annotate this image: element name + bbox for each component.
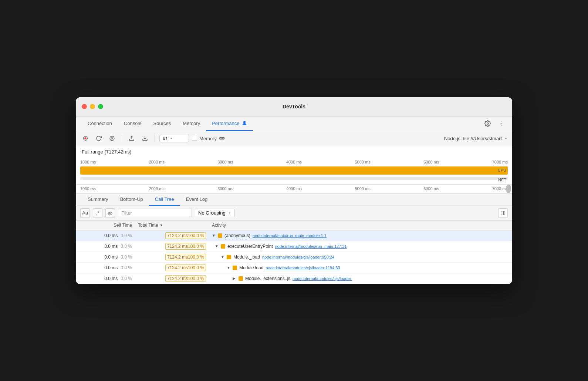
memory-checkbox-box[interactable] [192, 136, 197, 141]
cell-self-time-3: 0.0 ms 0.0 % [76, 263, 135, 272]
match-case-button[interactable]: ab [105, 208, 115, 218]
cell-total-time-3: 7124.2 ms 100.0 % [135, 263, 209, 273]
tab-performance[interactable]: Performance [206, 116, 253, 131]
settings-button[interactable] [483, 118, 493, 129]
full-range-label: Full range (7127.42ms) [76, 146, 512, 158]
timeline-scrollbar[interactable] [506, 185, 511, 193]
total-pct-0: 100.0 % [188, 233, 204, 238]
tick-7000: 7000 ms [492, 160, 508, 164]
record-button[interactable] [80, 133, 91, 144]
table-row[interactable]: 0.0 ms 0.0 % 7124.2 ms 100.0 % ▼ execute… [76, 241, 512, 252]
divider-1 [122, 135, 122, 142]
col-header-total-time[interactable]: Total Time ▼ [135, 220, 209, 230]
panel-toggle-button[interactable] [498, 208, 508, 218]
self-ms-1: 0.0 ms [104, 244, 118, 249]
ruler-ticks-bottom: 1000 ms 2000 ms 3000 ms 4000 ms 5000 ms … [80, 186, 508, 191]
aa-button[interactable]: Aa [80, 208, 90, 218]
tick2-7000: 7000 ms [492, 186, 508, 191]
activity-link-4[interactable]: node:internal/modules/cjs/loader: [293, 276, 352, 281]
activity-link-3[interactable]: node:internal/modules/cjs/loader:1194:33 [266, 266, 340, 270]
tick2-4000: 4000 ms [286, 186, 302, 191]
tab-event-log[interactable]: Event Log [180, 193, 214, 206]
activity-link-0[interactable]: node:internal/main/run_main_module:1:1 [253, 233, 327, 238]
tab-memory[interactable]: Memory [177, 116, 206, 131]
close-button[interactable] [82, 104, 87, 109]
expand-arrow-2[interactable]: ▼ [221, 255, 224, 259]
activity-icon-2 [227, 255, 231, 259]
total-pct-1: 100.0 % [188, 244, 204, 249]
cell-total-time-4: 7124.2 ms 100.0 % [135, 273, 209, 284]
svg-rect-16 [501, 211, 505, 215]
total-ms-0: 7124.2 ms [167, 233, 188, 238]
total-bar-2: 7124.2 ms 100.0 % [165, 254, 206, 260]
tab-console[interactable]: Console [118, 116, 148, 131]
activity-name-0: (anonymous) [224, 233, 250, 238]
filter-bar: Aa .* ab No Grouping [76, 206, 512, 220]
expand-arrow-0[interactable]: ▼ [212, 233, 216, 237]
sort-arrow-icon: ▼ [160, 223, 163, 227]
clear-button[interactable] [107, 133, 117, 144]
refresh-button[interactable] [94, 133, 104, 144]
ruler-ticks-top: 1000 ms 2000 ms 3000 ms 4000 ms 5000 ms … [80, 160, 508, 164]
table-row[interactable]: 0.0 ms 0.0 % 7124.2 ms 100.0 % ▼ Module.… [76, 263, 512, 273]
devtools-window: DevTools Connection Console Sources Memo… [76, 97, 512, 284]
divider-2 [155, 135, 155, 142]
expand-arrow-4[interactable]: ▶ [233, 276, 236, 280]
table-row[interactable]: 0.0 ms 0.0 % 7124.2 ms 100.0 % ▶ Module.… [76, 273, 512, 284]
filter-input[interactable] [118, 209, 192, 217]
tick-2000: 2000 ms [149, 160, 165, 164]
tick2-2000: 2000 ms [149, 186, 165, 191]
upload-button[interactable] [126, 133, 137, 144]
node-selector[interactable]: Node.js: file:///Users/stmart [444, 136, 508, 141]
table-row[interactable]: 0.0 ms 0.0 % 7124.2 ms 100.0 % ▼ (anonym… [76, 230, 512, 241]
tab-sources[interactable]: Sources [147, 116, 177, 131]
nav-bar: Connection Console Sources Memory Perfor… [76, 117, 512, 131]
tick-1000: 1000 ms [80, 160, 96, 164]
session-selector[interactable]: #1 [159, 135, 189, 142]
memory-checkbox[interactable]: Memory [192, 135, 225, 141]
toolbar: #1 Memory Node.js: file:///Users/stmart [76, 131, 512, 146]
total-bar-3: 7124.2 ms 100.0 % [165, 264, 206, 271]
total-bar-4: 7124.2 ms 100.0 % [165, 275, 206, 282]
table-row[interactable]: 0.0 ms 0.0 % 7124.2 ms 100.0 % ▼ Module.… [76, 252, 512, 263]
cell-activity-3: ▼ Module.load node:internal/modules/cjs/… [209, 263, 512, 272]
window-title: DevTools [283, 104, 305, 109]
maximize-button[interactable] [98, 104, 103, 109]
regex-button[interactable]: .* [93, 208, 102, 218]
activity-link-2[interactable]: node:internal/modules/cjs/loader:950:24 [262, 255, 334, 259]
cell-activity-4: ▶ Module._extensions..js node:internal/m… [209, 274, 512, 283]
download-button[interactable] [140, 133, 150, 144]
cell-total-time-2: 7124.2 ms 100.0 % [135, 252, 209, 262]
svg-point-2 [501, 123, 501, 124]
tab-bottom-up[interactable]: Bottom-Up [114, 193, 149, 206]
col-header-activity: Activity [209, 220, 512, 230]
title-bar: DevTools [76, 97, 512, 117]
net-bar [80, 177, 508, 180]
activity-name-2: Module._load [233, 254, 260, 260]
total-ms-1: 7124.2 ms [167, 244, 188, 249]
tab-call-tree[interactable]: Call Tree [149, 193, 180, 206]
svg-point-0 [487, 123, 489, 125]
cell-self-time-2: 0.0 ms 0.0 % [76, 253, 135, 262]
cell-activity-0: ▼ (anonymous) node:internal/main/run_mai… [209, 231, 512, 240]
activity-icon-0 [218, 233, 222, 238]
expand-arrow-1[interactable]: ▼ [215, 244, 219, 248]
activity-name-3: Module.load [239, 265, 263, 270]
tick2-3000: 3000 ms [217, 186, 233, 191]
tab-summary[interactable]: Summary [82, 193, 114, 206]
expand-arrow-3[interactable]: ▼ [227, 266, 230, 270]
cell-self-time-4: 0.0 ms 0.0 % [76, 274, 135, 283]
cpu-label: CPU [498, 168, 506, 172]
tick2-5000: 5000 ms [355, 186, 371, 191]
self-pct-2: 0.0 % [121, 254, 132, 260]
activity-icon-3 [233, 266, 237, 270]
svg-rect-11 [219, 137, 224, 139]
flask-icon [242, 121, 247, 126]
bottom-tabs: Summary Bottom-Up Call Tree Event Log [76, 193, 512, 206]
grouping-select[interactable]: No Grouping [195, 209, 235, 217]
activity-link-1[interactable]: node:internal/modules/run_main:127:31 [275, 244, 347, 249]
minimize-button[interactable] [90, 104, 95, 109]
tab-connection[interactable]: Connection [82, 116, 118, 131]
more-menu-button[interactable] [496, 118, 506, 129]
self-ms-3: 0.0 ms [104, 265, 118, 270]
